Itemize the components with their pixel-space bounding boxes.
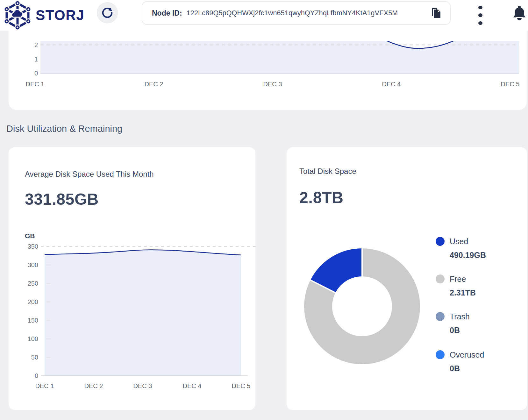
legend-item-overused: Overused0B: [436, 350, 525, 377]
total-card-value: 2.8TB: [299, 189, 344, 207]
legend-value: 2.31TB: [450, 288, 476, 298]
avg-chart-x-tick: DEC 1: [35, 382, 54, 390]
avg-chart-unit-label: GB: [25, 232, 35, 240]
app-header: STORJ Node ID: 122Lc89Q5pQQHWXj2fc1wn651…: [0, 0, 528, 31]
avg-chart-y-tick: 0: [16, 373, 38, 379]
avg-chart-y-tick: 250: [16, 280, 38, 287]
disk-space-donut-chart: [302, 246, 423, 367]
brand-wordmark: STORJ: [36, 6, 84, 25]
legend-dot-trash: [436, 312, 445, 321]
node-id-label: Node ID:: [152, 9, 182, 18]
top-chart-x-axis-line: [40, 74, 519, 74]
section-title: Disk Utilization & Remaining: [6, 124, 122, 134]
copy-icon[interactable]: [430, 7, 442, 19]
top-chart-y-tick: 0: [19, 70, 38, 76]
total-card-title: Total Disk Space: [299, 167, 356, 176]
top-chart-x-tick: DEC 5: [501, 80, 520, 88]
legend-dot-free: [436, 274, 445, 283]
legend-label: Trash: [450, 311, 470, 322]
avg-chart-y-tick: 150: [16, 317, 38, 324]
top-chart-plot-area: [40, 41, 519, 74]
avg-chart-y-tick: 350: [16, 243, 38, 250]
avg-chart-x-tick: DEC 4: [183, 382, 202, 390]
refresh-button[interactable]: [97, 2, 118, 23]
legend-value: 0B: [450, 325, 460, 335]
legend-item-free: Free2.31TB: [436, 274, 525, 301]
legend-item-used: Used490.19GB: [436, 236, 525, 264]
avg-chart-x-tick: DEC 2: [84, 382, 103, 390]
legend-value: 490.19GB: [450, 250, 486, 260]
avg-chart-x-tick: DEC 3: [133, 382, 152, 390]
avg-chart-y-tick: 50: [16, 354, 38, 360]
top-chart-x-tick: DEC 4: [382, 80, 401, 88]
top-chart-y-tick: 1: [19, 56, 38, 62]
node-id-field[interactable]: Node ID: 122Lc89Q5pQQHWXj2fc1wn651qwyhQY…: [142, 1, 451, 25]
avg-disk-space-card: Average Disk Space Used This Month 331.8…: [9, 147, 255, 410]
top-chart-x-tick: DEC 3: [263, 80, 282, 88]
avg-chart-y-tick: 300: [16, 262, 38, 268]
avg-chart-x-tick: DEC 5: [232, 382, 251, 390]
legend-label: Used: [450, 236, 468, 246]
legend-item-trash: Trash0B: [436, 311, 525, 339]
top-chart-x-tick: DEC 1: [26, 80, 45, 88]
top-chart-x-tick: DEC 2: [145, 80, 163, 88]
legend-label: Overused: [450, 350, 484, 360]
legend-label: Free: [450, 274, 466, 284]
legend-dot-overused: [436, 350, 445, 359]
avg-chart-y-tick: 200: [16, 299, 38, 305]
legend-value: 0B: [450, 363, 460, 374]
node-id-value: 122Lc89Q5pQQHWXj2fc1wn651qwyhQYZhqLfbmNY…: [187, 9, 426, 17]
avg-card-title: Average Disk Space Used This Month: [25, 170, 154, 179]
avg-chart-y-tick: 100: [16, 336, 38, 342]
avg-chart: [38, 242, 258, 377]
storj-logo-icon: [3, 1, 32, 30]
top-chart-y-tick: 2: [19, 42, 38, 48]
avg-card-value: 331.85GB: [25, 190, 99, 209]
bell-icon[interactable]: [511, 4, 527, 22]
legend-dot-used: [436, 237, 445, 246]
kebab-menu-icon[interactable]: [476, 6, 485, 25]
